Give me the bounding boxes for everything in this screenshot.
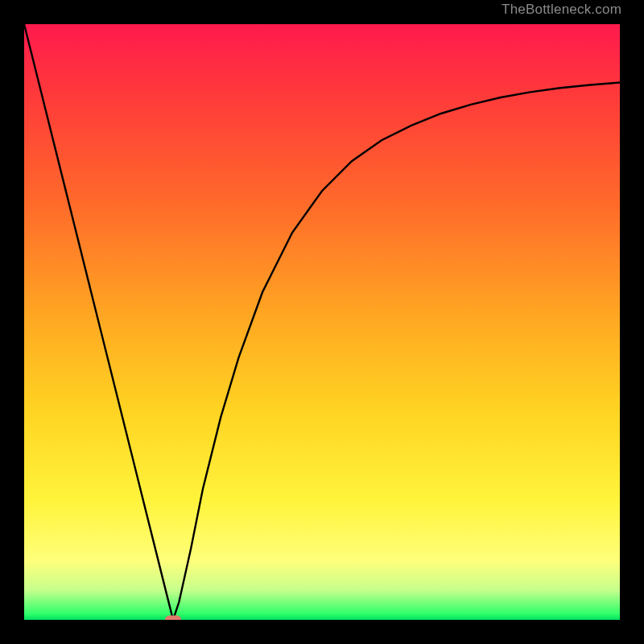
- bottleneck-curve: [24, 24, 620, 620]
- chart-frame: TheBottleneck.com: [0, 0, 644, 644]
- optimum-marker: [165, 616, 181, 621]
- plot-area: [24, 24, 620, 620]
- attribution-label: TheBottleneck.com: [502, 2, 621, 18]
